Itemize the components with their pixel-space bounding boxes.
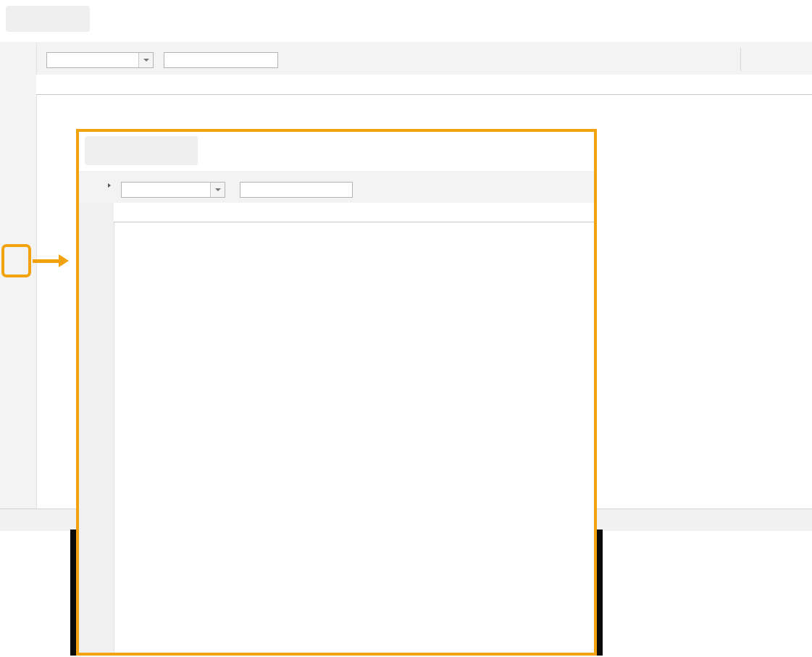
- dropdown-arrow-icon[interactable]: [138, 53, 153, 67]
- search-term-input[interactable]: [164, 52, 278, 68]
- modal-shadow-right: [597, 530, 603, 656]
- search-icon[interactable]: [409, 180, 429, 200]
- search-settings-icon[interactable]: [750, 49, 771, 70]
- modal-search-term-input[interactable]: [240, 182, 353, 198]
- search-reload-icon[interactable]: [370, 178, 390, 198]
- tree-caret-icon[interactable]: [108, 183, 111, 188]
- search-icon[interactable]: [330, 50, 351, 70]
- modal-table-header: [114, 203, 594, 222]
- access-navigation-dialog: [76, 129, 597, 656]
- modal-saved-searches-value: [122, 183, 210, 197]
- annotation-highlight-box: [1, 244, 31, 277]
- search-monitor-icon[interactable]: [787, 49, 807, 70]
- saved-searches-dropdown[interactable]: [46, 52, 154, 68]
- screen: [0, 0, 812, 657]
- modal-table-gutter: [79, 203, 114, 653]
- modal-saved-searches-dropdown[interactable]: [121, 182, 225, 198]
- search-reload-icon[interactable]: [294, 49, 314, 70]
- annotation-arrow: [33, 259, 59, 263]
- tree-icon[interactable]: [86, 177, 106, 197]
- annotation-arrow-head: [59, 254, 69, 267]
- app-icon-tray: [6, 6, 90, 32]
- saved-searches-value: [47, 53, 138, 67]
- modal-shadow-left: [70, 530, 76, 656]
- dropdown-arrow-icon[interactable]: [210, 183, 225, 197]
- modal-icon-tray: [85, 136, 198, 165]
- toolbar-separator: [740, 48, 741, 71]
- app-table-header: [36, 75, 812, 95]
- refresh-icon[interactable]: [787, 514, 807, 534]
